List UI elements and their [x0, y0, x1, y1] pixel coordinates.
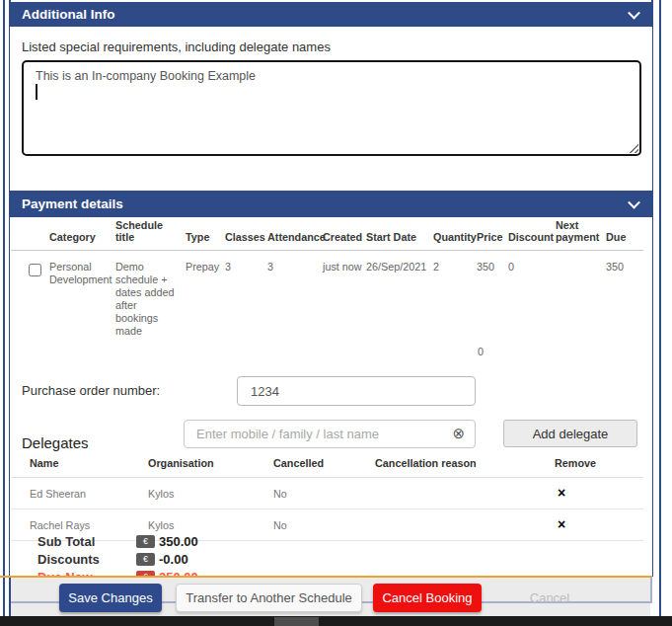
col-start-date: Start Date — [366, 219, 433, 251]
cell-quantity: 2 — [433, 251, 477, 339]
col-due: Due — [606, 219, 643, 251]
special-requirements-textarea[interactable]: This is an In-company Booking Example — [22, 60, 641, 156]
cell-discount: 0 — [508, 251, 556, 339]
booking-edit-modal: Additional Info Listed special requireme… — [0, 0, 672, 626]
col-cancelled: Cancelled — [273, 451, 375, 478]
footer-top-orange-line — [0, 576, 652, 578]
subtotal-row: Sub Total € 350.00 — [37, 534, 198, 549]
delegate-cancelled: No — [273, 478, 375, 509]
cell-type: Prepay — [186, 251, 225, 339]
delegate-organisation: Kylos — [148, 478, 273, 509]
payment-table-row: Personal Development Demo schedule + dat… — [11, 251, 643, 339]
discounts-row: Discounts € -0.00 — [37, 552, 188, 567]
subtotal-value: 350.00 — [159, 534, 198, 549]
col-attendance: Attendance — [267, 219, 323, 251]
special-requirements-field: This is an In-company Booking Example — [22, 60, 641, 156]
purchase-order-input[interactable] — [237, 376, 476, 406]
horizontal-scrollbar — [0, 616, 672, 626]
transfer-schedule-button[interactable]: Transfer to Another Schedule — [176, 584, 362, 612]
col-type: Type — [186, 219, 225, 251]
delegate-search: ⊗ — [184, 420, 476, 448]
text-caret — [36, 84, 37, 100]
subtotal-label: Sub Total — [37, 534, 136, 549]
purchase-order-label: Purchase order number: — [22, 383, 160, 398]
cancel-booking-button[interactable]: Cancel Booking — [373, 584, 482, 612]
cell-price: 350 — [477, 251, 508, 339]
cancel-button[interactable]: Cancel — [485, 584, 614, 612]
delegate-cancellation-reason — [375, 478, 533, 509]
delegate-cancelled: No — [273, 509, 375, 541]
delegate-row: Ed Sheeran Kylos No × — [11, 478, 643, 509]
chevron-down-icon[interactable] — [628, 6, 640, 19]
scrollbar-thumb[interactable] — [274, 617, 319, 626]
discounts-value: -0.00 — [159, 552, 188, 567]
cell-schedule-title: Demo schedule + dates added after bookin… — [115, 251, 186, 339]
col-classes: Classes — [225, 219, 267, 251]
col-discount: Discount — [508, 219, 556, 251]
payment-details-header[interactable]: Payment details — [9, 191, 653, 217]
page-border-left-outer — [3, 0, 5, 616]
cell-category: Personal Development — [49, 251, 115, 339]
col-next-payment: Next payment — [556, 219, 606, 251]
cell-attendance: 3 — [267, 251, 323, 339]
col-name: Name — [11, 451, 148, 478]
delegates-header-row: Name Organisation Cancelled Cancellation… — [11, 451, 643, 478]
col-created: Created — [323, 219, 366, 251]
add-delegate-button[interactable]: Add delegate — [503, 420, 637, 447]
remove-delegate-x-icon[interactable]: × — [558, 485, 565, 501]
additional-info-header[interactable]: Additional Info — [9, 2, 653, 27]
col-cancellation-reason: Cancellation reason — [375, 451, 533, 478]
cell-start-date: 26/Sep/2021 — [366, 251, 433, 339]
remove-delegate-x-icon[interactable]: × — [558, 516, 565, 532]
special-requirements-label: Listed special requirements, including d… — [22, 39, 331, 54]
delegates-label: Delegates — [22, 434, 89, 451]
col-price: Price — [477, 219, 508, 251]
col-quantity: Quantity — [433, 219, 477, 251]
col-category: Category — [49, 219, 115, 251]
payment-table-header-row: Category Schedule title Type Classes Att… — [11, 219, 643, 251]
cell-next-payment — [556, 251, 606, 339]
cell-created: just now — [323, 251, 366, 339]
circle-x-icon[interactable]: ⊗ — [452, 425, 465, 442]
col-schedule-title: Schedule title — [115, 219, 186, 251]
payment-details-title: Payment details — [22, 196, 123, 211]
euro-badge-icon: € — [136, 553, 155, 566]
delegates-table: Name Organisation Cancelled Cancellation… — [11, 451, 643, 541]
payment-table: Category Schedule title Type Classes Att… — [11, 219, 643, 338]
cell-due: 350 — [606, 251, 643, 339]
additional-info-title: Additional Info — [22, 7, 114, 22]
cell-classes: 3 — [225, 251, 267, 339]
save-changes-button[interactable]: Save Changes — [59, 584, 162, 612]
euro-badge-icon: € — [136, 535, 155, 548]
delegate-cancellation-reason — [375, 509, 533, 541]
delegate-name: Ed Sheeran — [11, 478, 148, 509]
discount-total-zero: 0 — [478, 346, 484, 357]
delegate-search-input[interactable] — [184, 420, 476, 448]
col-remove: Remove — [533, 451, 643, 478]
footer-right-border — [650, 577, 652, 603]
chevron-down-icon[interactable] — [628, 196, 640, 208]
col-organisation: Organisation — [148, 451, 273, 478]
booking-row-checkbox[interactable] — [29, 264, 41, 276]
discounts-label: Discounts — [37, 552, 136, 567]
page-border-right-outer — [659, 0, 661, 616]
